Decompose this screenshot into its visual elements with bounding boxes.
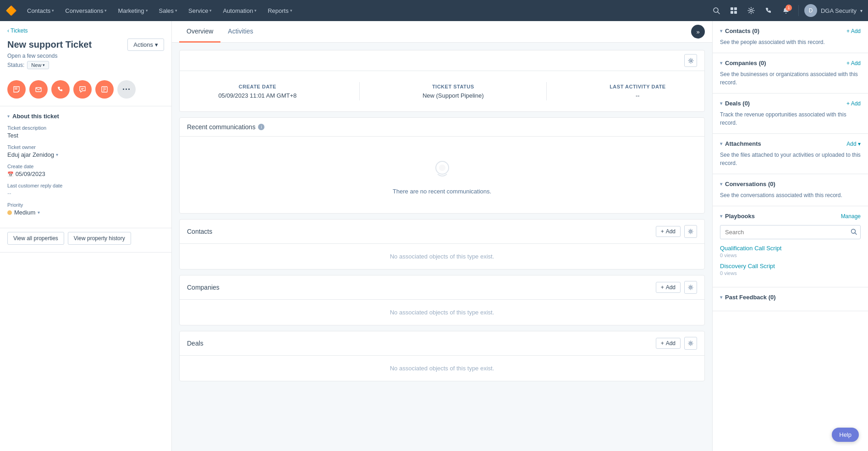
playbooks-search-icon-button[interactable] xyxy=(851,228,857,236)
more-actions-button[interactable]: ··· xyxy=(117,80,136,99)
ticket-description-label: Ticket description xyxy=(7,125,164,131)
chevron-down-icon: ▾ xyxy=(104,8,107,13)
svg-rect-2 xyxy=(731,7,733,10)
deals-gear-button[interactable] xyxy=(684,337,697,350)
hubspot-logo[interactable]: 🔶 xyxy=(5,5,17,16)
about-section-header[interactable]: ▾ About this ticket xyxy=(7,113,164,120)
right-companies-desc: See the businesses or organizations asso… xyxy=(720,70,861,87)
contacts-add-button[interactable]: + Add xyxy=(656,226,681,237)
recent-comms-empty: There are no recent communications. xyxy=(180,137,704,213)
nav-reports[interactable]: Reports ▾ xyxy=(263,6,297,16)
companies-add-button[interactable]: + Add xyxy=(656,282,681,293)
discovery-call-script-link[interactable]: Discovery Call Script xyxy=(720,263,861,270)
right-conversations-header[interactable]: ▾ Conversations (0) xyxy=(720,181,861,187)
chevron-down-icon: ▾ xyxy=(175,8,177,13)
playbooks-search-input[interactable] xyxy=(720,225,861,239)
phone-icon-button[interactable] xyxy=(762,4,775,17)
email-button[interactable] xyxy=(29,80,48,99)
svg-point-20 xyxy=(690,286,692,288)
deals-actions: + Add xyxy=(656,337,697,350)
right-companies-section: ▾ Companies (0) + Add See the businesses… xyxy=(713,53,868,94)
right-attachments-add-button[interactable]: Add ▾ xyxy=(846,141,861,147)
contacts-empty: No associated objects of this type exist… xyxy=(180,244,704,269)
note-button[interactable] xyxy=(7,80,26,99)
recent-comms-empty-text: There are no recent communications. xyxy=(393,188,491,195)
priority-label: Priority xyxy=(7,202,164,208)
last-reply-date-field: Last customer reply date -- xyxy=(7,183,164,197)
call-button[interactable] xyxy=(51,80,70,99)
collapse-panel-button[interactable]: » xyxy=(691,25,705,38)
right-deals-section: ▾ Deals (0) + Add Track the revenue oppo… xyxy=(713,94,868,134)
right-conversations-title: ▾ Conversations (0) xyxy=(720,181,775,187)
playbooks-manage-button[interactable]: Manage xyxy=(841,213,861,220)
right-deals-add-button[interactable]: + Add xyxy=(846,100,861,107)
contacts-section: Contacts + Add No associated ob xyxy=(179,219,705,270)
nav-service[interactable]: Service ▾ xyxy=(184,6,216,16)
actions-button[interactable]: Actions ▾ xyxy=(127,38,164,51)
status-row: Status: Test New ▾ xyxy=(7,61,164,69)
chevron-down-icon: ▾ xyxy=(52,8,54,13)
companies-section-chevron-icon: ▾ xyxy=(720,60,722,66)
task-button[interactable] xyxy=(95,80,114,99)
nav-automation[interactable]: Automation ▾ xyxy=(218,6,261,16)
right-companies-add-button[interactable]: + Add xyxy=(846,60,861,66)
metric-divider xyxy=(359,82,360,100)
view-all-properties-button[interactable]: View all properties xyxy=(7,232,64,245)
right-contacts-add-button[interactable]: + Add xyxy=(846,28,861,34)
nav-marketing[interactable]: Marketing ▾ xyxy=(113,6,152,16)
right-deals-header[interactable]: ▾ Deals (0) + Add xyxy=(720,100,861,107)
notifications-button[interactable]: 1 xyxy=(779,4,793,17)
tab-activities[interactable]: Activities xyxy=(220,21,260,43)
priority-chevron-icon: ▾ xyxy=(38,210,40,215)
breadcrumb[interactable]: ‹ Tickets xyxy=(7,28,164,34)
plus-icon: + xyxy=(661,228,664,235)
property-buttons: View all properties View property histor… xyxy=(0,228,171,253)
contacts-title: Contacts xyxy=(187,228,212,235)
main-content: Overview Activities » CREATE DATE xyxy=(172,21,712,451)
status-badge[interactable]: Test New ▾ xyxy=(27,61,49,69)
help-button[interactable]: Help xyxy=(832,428,859,442)
actions-chevron-icon: ▾ xyxy=(155,41,158,48)
nav-contacts[interactable]: Contacts ▾ xyxy=(22,6,59,16)
right-companies-header[interactable]: ▾ Companies (0) + Add xyxy=(720,60,861,66)
right-attachments-header[interactable]: ▾ Attachments Add ▾ xyxy=(720,140,861,147)
right-past-feedback-header[interactable]: ▾ Past Feedback (0) xyxy=(720,294,861,301)
nav-sales[interactable]: Sales ▾ xyxy=(154,6,182,16)
priority-dot-icon xyxy=(7,210,12,215)
last-activity-metric: LAST ACTIVITY DATE -- xyxy=(610,84,665,99)
nav-conversations[interactable]: Conversations ▾ xyxy=(60,6,111,16)
right-attachments-section: ▾ Attachments Add ▾ See the files attach… xyxy=(713,134,868,174)
ticket-status-metric: TICKET STATUS New (Support Pipeline) xyxy=(423,84,484,99)
overview-content: CREATE DATE 05/09/2023 11:01 AM GMT+8 TI… xyxy=(172,43,712,389)
plus-icon: + xyxy=(661,340,664,346)
recent-comms-header: Recent communications i xyxy=(180,118,704,137)
user-avatar[interactable]: D xyxy=(804,4,817,17)
app-body: ‹ Tickets New support Ticket Actions ▾ O… xyxy=(0,21,868,451)
search-icon-button[interactable] xyxy=(709,4,723,17)
tabs-bar: Overview Activities » xyxy=(172,21,712,43)
owner-chevron-icon: ▾ xyxy=(56,152,58,157)
chat-button[interactable] xyxy=(73,80,92,99)
contacts-gear-button[interactable] xyxy=(684,225,697,238)
view-property-history-button[interactable]: View property history xyxy=(68,232,131,245)
right-deals-desc: Track the revenue opportunities associat… xyxy=(720,110,861,127)
user-name[interactable]: DGA Security xyxy=(821,7,857,14)
right-contacts-desc: See the people associated with this reco… xyxy=(720,38,861,46)
svg-point-16 xyxy=(690,60,692,61)
tab-overview[interactable]: Overview xyxy=(179,21,220,43)
marketplace-icon-button[interactable] xyxy=(727,4,741,17)
recent-comms-info-icon[interactable]: i xyxy=(258,124,264,130)
settings-icon-button[interactable] xyxy=(744,4,758,17)
metrics-gear-button[interactable] xyxy=(684,54,697,67)
recent-communications-card: Recent communications i There are no rec… xyxy=(179,117,705,214)
deals-add-button[interactable]: + Add xyxy=(656,338,681,349)
playbooks-title[interactable]: ▾ Playbooks xyxy=(720,213,755,220)
playbooks-search-box xyxy=(720,225,861,239)
right-contacts-header[interactable]: ▾ Contacts (0) + Add xyxy=(720,28,861,34)
qualification-call-script-link[interactable]: Qualification Call Script xyxy=(720,245,861,252)
status-chevron-icon: ▾ xyxy=(43,63,45,67)
title-row: New support Ticket Actions ▾ xyxy=(7,38,164,51)
companies-gear-button[interactable] xyxy=(684,281,697,294)
contacts-actions: + Add xyxy=(656,225,697,238)
nav-divider xyxy=(798,5,799,16)
